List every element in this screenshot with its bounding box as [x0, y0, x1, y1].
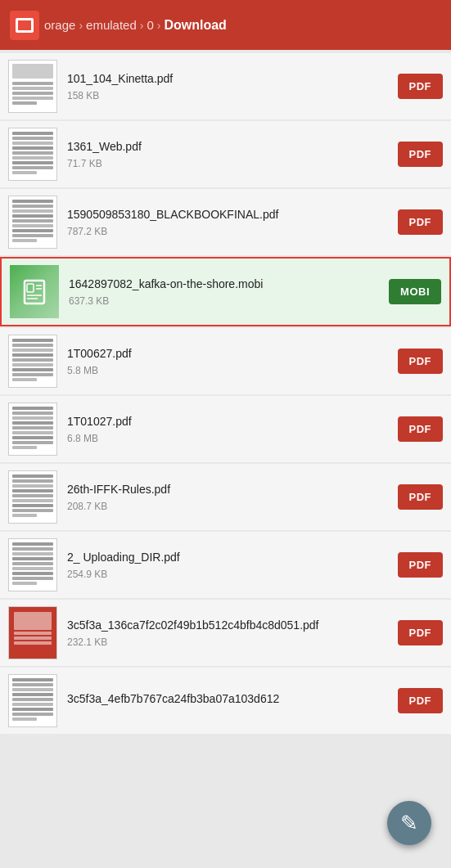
file-name: 26th-IFFK-Rules.pdf — [67, 482, 398, 497]
file-info: 2_ Uploading_DIR.pdf254.9 KB — [67, 550, 398, 579]
file-info: 101_104_Kinetta.pdf158 KB — [67, 71, 398, 101]
file-size: 208.7 KB — [67, 501, 398, 512]
file-info: 1642897082_kafka-on-the-shore.mobi637.3 … — [69, 277, 389, 306]
breadcrumb-storage[interactable]: orage — [44, 18, 75, 32]
file-name: 3c5f3a_136ca7f2c02f49b1b512c4bfb4c8d051.… — [67, 618, 398, 632]
file-info: 1361_Web.pdf71.7 KB — [67, 139, 398, 169]
file-name: 1T01027.pdf — [67, 414, 398, 429]
list-item[interactable]: 1T00627.pdf5.8 MBPDF — [0, 328, 451, 394]
breadcrumb: orage › emulated › 0 › Download — [44, 18, 441, 33]
file-size: 6.8 MB — [67, 433, 398, 444]
header: orage › emulated › 0 › Download — [0, 0, 451, 50]
file-type-badge[interactable]: PDF — [398, 142, 444, 167]
list-item[interactable]: 101_104_Kinetta.pdf158 KBPDF — [0, 53, 451, 119]
breadcrumb-download: Download — [164, 18, 226, 33]
file-type-badge[interactable]: PDF — [398, 209, 444, 235]
file-name: 1361_Web.pdf — [67, 139, 398, 154]
list-item[interactable]: 3c5f3a_4efb7b767ca24fb3ba07a103d612PDF — [0, 668, 451, 734]
file-type-badge[interactable]: PDF — [398, 552, 444, 578]
file-size: 71.7 KB — [67, 158, 398, 169]
file-size: 5.8 MB — [67, 365, 398, 376]
breadcrumb-0[interactable]: 0 — [147, 18, 153, 32]
file-size: 254.9 KB — [67, 569, 398, 580]
list-item[interactable]: 1T01027.pdf6.8 MBPDF — [0, 396, 451, 462]
file-name: 101_104_Kinetta.pdf — [67, 71, 398, 86]
file-type-badge[interactable]: PDF — [398, 484, 444, 510]
file-info: 1T01027.pdf6.8 MB — [67, 414, 398, 443]
file-type-badge[interactable]: PDF — [398, 688, 444, 713]
file-info: 3c5f3a_136ca7f2c02f49b1b512c4bfb4c8d051.… — [67, 618, 398, 647]
file-type-badge[interactable]: PDF — [398, 74, 444, 99]
file-name: 1642897082_kafka-on-the-shore.mobi — [69, 277, 389, 291]
file-name: 2_ Uploading_DIR.pdf — [67, 550, 398, 564]
file-name: 1T00627.pdf — [67, 346, 398, 361]
file-size: 232.1 KB — [67, 636, 398, 648]
list-item[interactable]: 1642897082_kafka-on-the-shore.mobi637.3 … — [0, 257, 451, 326]
file-type-badge[interactable]: PDF — [398, 620, 444, 645]
logo-icon — [16, 18, 34, 33]
file-info: 1T00627.pdf5.8 MB — [67, 346, 398, 376]
list-item[interactable]: 3c5f3a_136ca7f2c02f49b1b512c4bfb4c8d051.… — [0, 600, 451, 666]
file-list: 101_104_Kinetta.pdf158 KBPDF1361_Web.pdf… — [0, 50, 451, 739]
breadcrumb-emulated[interactable]: emulated — [86, 18, 137, 32]
svg-rect-1 — [27, 284, 34, 292]
list-item[interactable]: 26th-IFFK-Rules.pdf208.7 KBPDF — [0, 464, 451, 530]
list-item[interactable]: 1590509853180_BLACKBOOKFINAL.pdf787.2 KB… — [0, 189, 451, 255]
file-info: 26th-IFFK-Rules.pdf208.7 KB — [67, 482, 398, 511]
fab-edit-button[interactable]: ✎ — [387, 801, 431, 845]
file-name: 1590509853180_BLACKBOOKFINAL.pdf — [67, 207, 398, 222]
file-type-badge[interactable]: PDF — [398, 349, 444, 374]
file-type-badge[interactable]: PDF — [398, 416, 444, 442]
list-item[interactable]: 1361_Web.pdf71.7 KBPDF — [0, 121, 451, 187]
list-item[interactable]: 2_ Uploading_DIR.pdf254.9 KBPDF — [0, 532, 451, 598]
breadcrumb-sep-3: › — [157, 19, 161, 32]
file-size: 158 KB — [67, 90, 398, 101]
file-type-badge[interactable]: MOBI — [389, 279, 441, 304]
file-info: 3c5f3a_4efb7b767ca24fb3ba07a103d612 — [67, 691, 398, 709]
app-logo — [10, 11, 39, 40]
breadcrumb-sep-1: › — [79, 19, 83, 32]
file-size: 787.2 KB — [67, 226, 398, 237]
edit-icon: ✎ — [400, 812, 418, 834]
breadcrumb-sep-2: › — [140, 19, 144, 32]
file-info: 1590509853180_BLACKBOOKFINAL.pdf787.2 KB — [67, 207, 398, 236]
file-name: 3c5f3a_4efb7b767ca24fb3ba07a103d612 — [67, 691, 398, 706]
file-size: 637.3 KB — [69, 295, 389, 307]
